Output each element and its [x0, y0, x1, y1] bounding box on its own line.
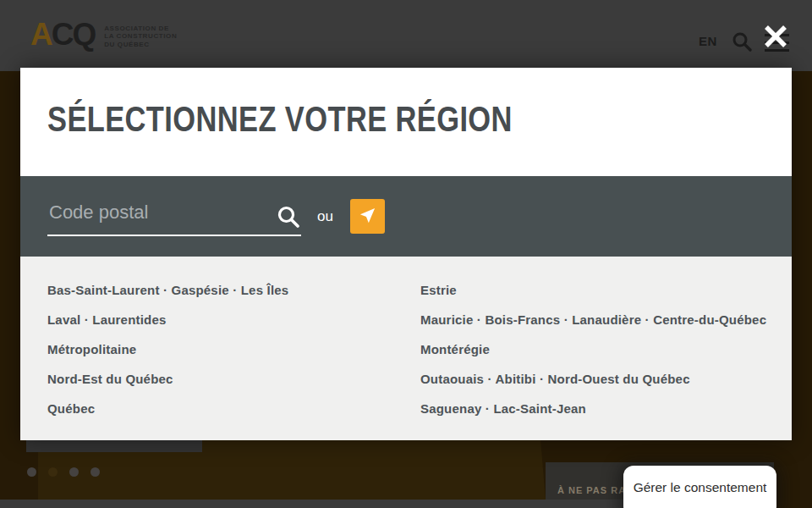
carousel-dot — [91, 467, 100, 477]
postal-code-field-wrap — [47, 197, 301, 236]
region-column-right: Estrie Mauricie · Bois-Francs · Lanaudiè… — [420, 275, 766, 440]
header-search-icon[interactable] — [732, 31, 752, 52]
hero-cta-button — [26, 440, 202, 452]
geolocate-button[interactable] — [350, 199, 385, 234]
wordmark-line: LA CONSTRUCTION — [104, 32, 177, 41]
region-link[interactable]: Saguenay · Lac-Saint-Jean — [420, 394, 766, 423]
region-link[interactable]: Métropolitaine — [47, 334, 420, 364]
consent-label: Gérer le consentement — [634, 480, 767, 494]
carousel-dots — [27, 467, 100, 477]
screen: ACQ ASSOCIATION DE LA CONSTRUCTION DU QU… — [0, 0, 812, 508]
or-label: ou — [317, 208, 333, 225]
wordmark-line: ASSOCIATION DE — [104, 25, 177, 33]
region-link[interactable]: Estrie — [420, 275, 766, 305]
modal-title: SÉLECTIONNEZ VOTRE RÉGION — [47, 99, 658, 140]
location-arrow-icon — [358, 206, 377, 228]
region-list: Bas-Saint-Laurent · Gaspésie · Les Îles … — [20, 257, 792, 440]
postal-search-band: ou — [20, 176, 792, 257]
region-link[interactable]: Montérégie — [420, 334, 766, 364]
wordmark-line: DU QUÉBEC — [104, 41, 177, 49]
carousel-dot — [69, 467, 79, 477]
region-link[interactable]: Laval · Laurentides — [47, 305, 420, 334]
region-link[interactable]: Nord-Est du Québec — [47, 364, 420, 394]
close-icon[interactable] — [762, 25, 789, 50]
acq-logo: ACQ ASSOCIATION DE LA CONSTRUCTION DU QU… — [30, 19, 177, 51]
acq-logo-wordmark: ASSOCIATION DE LA CONSTRUCTION DU QUÉBEC — [104, 21, 177, 49]
postal-code-input[interactable] — [47, 197, 301, 235]
region-link[interactable]: Québec — [47, 394, 420, 423]
region-link[interactable]: Bas-Saint-Laurent · Gaspésie · Les Îles — [47, 275, 420, 305]
carousel-dot — [27, 467, 36, 477]
region-column-left: Bas-Saint-Laurent · Gaspésie · Les Îles … — [47, 275, 420, 440]
region-link[interactable]: Mauricie · Bois-Francs · Lanaudière · Ce… — [420, 305, 766, 334]
dont-miss-label: À NE PAS RA — [557, 485, 626, 495]
region-select-modal: SÉLECTIONNEZ VOTRE RÉGION ou — [20, 68, 792, 440]
modal-title-section: SÉLECTIONNEZ VOTRE RÉGION — [20, 68, 792, 176]
language-toggle[interactable]: EN — [699, 34, 717, 48]
region-link[interactable]: Outaouais · Abitibi · Nord-Ouest du Québ… — [420, 364, 766, 394]
consent-popup[interactable]: Gérer le consentement — [623, 466, 776, 508]
postal-search-icon[interactable] — [277, 206, 299, 228]
acq-logo-acronym: ACQ — [30, 19, 95, 51]
site-header: ACQ ASSOCIATION DE LA CONSTRUCTION DU QU… — [0, 0, 812, 71]
carousel-dot-active — [48, 467, 58, 477]
